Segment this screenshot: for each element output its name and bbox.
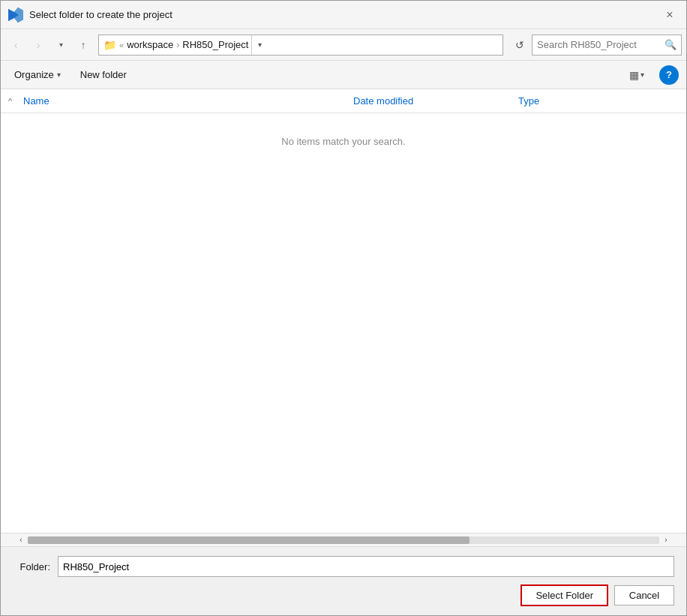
- folder-label: Folder:: [13, 561, 50, 572]
- organize-label: Organize: [14, 69, 54, 80]
- title-bar-left: Select folder to create the project: [8, 8, 172, 23]
- search-bar[interactable]: 🔍: [532, 35, 682, 56]
- history-dropdown-button[interactable]: ▾: [50, 35, 71, 56]
- file-list: No items match your search.: [1, 113, 686, 533]
- view-button[interactable]: ▦ ▾: [626, 67, 647, 83]
- navigation-bar: ‹ › ▾ ↑ 📁 « workspace › RH850_Project ▾ …: [1, 29, 686, 61]
- sort-arrow-icon: ^: [8, 97, 12, 106]
- folder-input[interactable]: [58, 556, 674, 577]
- forward-button[interactable]: ›: [28, 35, 49, 56]
- address-chevron: «: [119, 41, 124, 50]
- folder-row: Folder:: [13, 556, 674, 577]
- path-separator: ›: [176, 40, 179, 50]
- empty-message: No items match your search.: [281, 136, 405, 147]
- horizontal-scrollbar[interactable]: ‹ ›: [1, 533, 686, 546]
- buttons-row: Select Folder Cancel: [13, 584, 674, 606]
- column-name[interactable]: Name: [8, 95, 353, 107]
- toolbar: Organize ▾ New folder ▦ ▾ ?: [1, 61, 686, 89]
- refresh-button[interactable]: ↺: [509, 35, 530, 56]
- select-folder-dialog: Select folder to create the project × ‹ …: [0, 0, 687, 616]
- scrollbar-thumb[interactable]: [28, 536, 470, 544]
- address-dropdown-button[interactable]: ▾: [251, 35, 268, 55]
- path-part-project: RH850_Project: [182, 39, 248, 50]
- view-icon: ▦: [629, 69, 639, 81]
- column-date-modified[interactable]: Date modified: [353, 95, 518, 107]
- up-button[interactable]: ↑: [73, 35, 94, 56]
- column-headers: ^ Name Date modified Type: [1, 89, 686, 113]
- new-folder-label: New folder: [80, 69, 127, 80]
- vs-logo-icon: [8, 8, 23, 23]
- select-folder-button[interactable]: Select Folder: [520, 584, 608, 606]
- scroll-left-button[interactable]: ‹: [14, 533, 28, 547]
- address-path: workspace › RH850_Project: [127, 39, 248, 50]
- close-button[interactable]: ×: [661, 6, 679, 24]
- title-bar: Select folder to create the project ×: [1, 1, 686, 29]
- new-folder-button[interactable]: New folder: [74, 67, 133, 83]
- bottom-panel: Folder: Select Folder Cancel: [1, 546, 686, 615]
- organize-button[interactable]: Organize ▾: [8, 67, 67, 83]
- search-input[interactable]: [537, 39, 664, 50]
- help-button[interactable]: ?: [659, 65, 679, 85]
- address-bar[interactable]: 📁 « workspace › RH850_Project ▾: [98, 35, 503, 56]
- search-icon: 🔍: [664, 39, 676, 50]
- view-arrow: ▾: [640, 71, 644, 79]
- folder-icon: 📁: [104, 39, 116, 51]
- column-type[interactable]: Type: [518, 95, 679, 107]
- path-part-workspace: workspace: [127, 39, 173, 50]
- cancel-button[interactable]: Cancel: [614, 585, 674, 605]
- back-button[interactable]: ‹: [5, 35, 26, 56]
- scrollbar-track[interactable]: [28, 536, 659, 544]
- scroll-right-button[interactable]: ›: [659, 533, 673, 547]
- dialog-title: Select folder to create the project: [29, 9, 172, 20]
- organize-arrow: ▾: [57, 71, 61, 79]
